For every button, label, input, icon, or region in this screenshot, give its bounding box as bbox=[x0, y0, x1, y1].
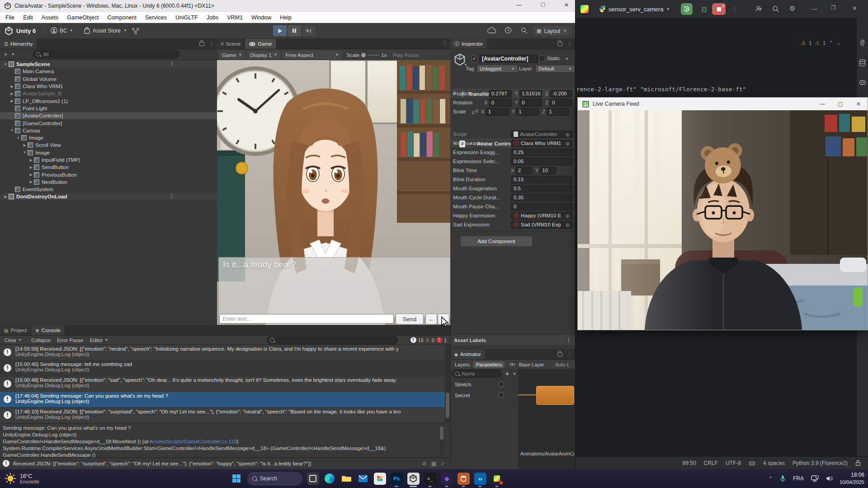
scale-slider-handle[interactable] bbox=[361, 53, 366, 57]
rotation-x-field[interactable]: 0 bbox=[489, 99, 512, 107]
unity-statusbar[interactable]: Received JSON: [{"emotion": "surprised",… bbox=[0, 457, 450, 469]
script-object-field[interactable]: AvatarController◎ bbox=[511, 131, 572, 138]
maximize-button[interactable]: ▢ bbox=[831, 98, 849, 110]
value-field[interactable]: 0.05 bbox=[511, 158, 572, 165]
encoding[interactable]: UTF-8 bbox=[726, 460, 741, 466]
expand-arrow-icon[interactable] bbox=[28, 158, 34, 162]
scale-z-field[interactable]: 1 bbox=[547, 108, 569, 116]
value-field[interactable]: 0.5 bbox=[511, 185, 572, 192]
stop-button[interactable]: 2 bbox=[712, 3, 726, 15]
editor-dropdown[interactable]: Editor▼ bbox=[87, 336, 111, 344]
asset-labels-menu-icon[interactable]: ⋮ bbox=[566, 338, 571, 343]
chat-text-input[interactable] bbox=[219, 314, 394, 324]
game-viewport[interactable]: Is it...a teddy bear? Send ← → bbox=[217, 60, 450, 325]
blink-x-field[interactable]: 2 bbox=[516, 167, 532, 174]
scale-slider-track[interactable] bbox=[368, 55, 379, 56]
panel-menu-icon[interactable]: ⋮ bbox=[567, 41, 572, 46]
hierarchy-row[interactable]: SampleScene ⋮ bbox=[0, 61, 217, 68]
minimize-icon[interactable]: — bbox=[811, 5, 817, 12]
close-icon[interactable]: ✕ bbox=[852, 5, 857, 12]
indent-setting[interactable]: 4 spaces bbox=[763, 460, 785, 466]
value-field[interactable]: 0.35 bbox=[511, 194, 572, 202]
send-button[interactable]: Send bbox=[396, 314, 424, 324]
console-search-field[interactable] bbox=[267, 336, 398, 344]
sad-object-field[interactable]: VSad (VRM10 Exp◎ bbox=[511, 221, 572, 229]
add-gameobject-button[interactable]: ＋ bbox=[3, 50, 9, 58]
taskbar-icon-vscode[interactable]: ‹› bbox=[474, 473, 486, 485]
chevron-down-icon[interactable]: ▼ bbox=[11, 52, 15, 56]
parameter-row[interactable]: Secret bbox=[450, 390, 518, 401]
ai-assistant-icon[interactable]: @ bbox=[860, 38, 864, 47]
tab-hierarchy[interactable]: ☰ Hierarchy bbox=[0, 39, 37, 49]
static-dropdown-icon[interactable]: ▼ bbox=[565, 57, 569, 61]
microphone-icon[interactable] bbox=[780, 475, 786, 483]
menu-item[interactable]: UniGLTF bbox=[175, 14, 198, 21]
clear-button[interactable]: Clear▼ bbox=[2, 336, 24, 344]
tray-expand-icon[interactable]: ⌃ bbox=[769, 476, 773, 482]
console-search-input[interactable] bbox=[276, 337, 395, 343]
happy-object-field[interactable]: VHappy (VRM10 E◎ bbox=[511, 212, 572, 220]
add-component-button[interactable]: Add Component bbox=[460, 236, 533, 247]
database-icon[interactable] bbox=[859, 59, 866, 66]
gameobject-name-field[interactable]: [AvatarController] bbox=[479, 55, 538, 63]
hierarchy-row[interactable]: Point Light ⋮ bbox=[0, 105, 217, 112]
expand-arrow-icon[interactable] bbox=[9, 84, 15, 89]
step-button[interactable] bbox=[302, 25, 316, 36]
hierarchy-row[interactable]: Clara Who VRM1 ⋮ bbox=[0, 83, 217, 90]
taskbar-icon-obsidian[interactable]: ◆ bbox=[441, 473, 453, 485]
expand-arrow-icon[interactable] bbox=[9, 128, 15, 132]
bot-status-icon[interactable] bbox=[749, 460, 755, 466]
account-dropdown[interactable]: BC▼ bbox=[51, 27, 73, 34]
hierarchy-row[interactable]: AvatarSample_B ⋮ bbox=[0, 90, 217, 97]
play-focused-dropdown[interactable]: Play Focused bbox=[393, 52, 419, 58]
animator-state-node[interactable] bbox=[536, 386, 574, 405]
scrollbar-thumb[interactable] bbox=[440, 426, 443, 440]
breadcrumb-base-layer[interactable]: Base Layer bbox=[519, 362, 544, 367]
expand-arrow-icon[interactable] bbox=[15, 136, 21, 140]
version-control-icon[interactable] bbox=[132, 28, 139, 34]
log-counters[interactable]: 15 ⚠ 0 ! 1 bbox=[410, 337, 447, 343]
collapse-button[interactable]: Collapse bbox=[28, 336, 53, 344]
hierarchy-row[interactable]: Image ⋮ bbox=[0, 134, 217, 141]
console-scrollbar[interactable] bbox=[445, 344, 450, 423]
hierarchy-row[interactable]: Scroll View ⋮ bbox=[0, 141, 217, 149]
panel-menu-icon[interactable]: ⋮ bbox=[442, 40, 448, 46]
console-log-row[interactable]: [17:46:10] Received JSON: [{"emotion": "… bbox=[0, 408, 450, 423]
hierarchy-row[interactable]: PreviousButton ⋮ bbox=[0, 171, 217, 178]
console-log-row[interactable]: [15:00:45] Sending message: tell me somt… bbox=[0, 361, 450, 376]
parameter-search-input[interactable] bbox=[461, 371, 499, 377]
value-field[interactable]: 0.15 bbox=[511, 176, 572, 183]
bot-icon[interactable] bbox=[859, 79, 866, 86]
parameter-toggle[interactable] bbox=[498, 381, 504, 387]
restore-icon[interactable]: ❐ bbox=[831, 5, 836, 11]
taskbar-icon-photos[interactable] bbox=[374, 473, 386, 485]
position-x-field[interactable]: 0.2797 bbox=[489, 90, 512, 98]
add-parameter-button[interactable]: ＋ bbox=[504, 369, 511, 379]
scale-y-field[interactable]: 1 bbox=[516, 108, 539, 116]
value-field[interactable]: 0 bbox=[511, 203, 572, 211]
taskbar-icon-explorer[interactable] bbox=[340, 473, 353, 485]
layout-dropdown[interactable]: ▦ Layout▼ bbox=[533, 26, 570, 36]
expand-arrow-icon[interactable] bbox=[28, 180, 34, 184]
hierarchy-row[interactable]: [AvatarController] ⋮ bbox=[0, 112, 217, 119]
language-indicator[interactable]: FRA bbox=[793, 475, 804, 482]
maximize-button[interactable]: ▢ bbox=[541, 1, 545, 7]
menu-item[interactable]: Services bbox=[145, 14, 167, 21]
tag-dropdown[interactable]: Untagged▼ bbox=[476, 65, 518, 73]
lock-icon[interactable] bbox=[557, 352, 562, 357]
cloud-icon[interactable] bbox=[487, 27, 496, 34]
display-dropdown[interactable]: Display 1▼ bbox=[247, 51, 280, 59]
parameters-tab[interactable]: Parameters bbox=[473, 361, 505, 368]
hierarchy-row[interactable]: Main Camera ⋮ bbox=[0, 68, 217, 75]
vrm-object-field[interactable]: VClara Who VRM1◎ bbox=[511, 140, 572, 147]
display-target-dropdown[interactable]: Game▼ bbox=[219, 51, 245, 59]
expand-arrow-icon[interactable] bbox=[3, 62, 9, 66]
asset-store-dropdown[interactable]: Asset Store▼ bbox=[84, 27, 127, 34]
rotation-z-field[interactable]: 0 bbox=[550, 99, 572, 107]
hierarchy-row[interactable]: Canvas ⋮ bbox=[0, 127, 217, 134]
row-menu-icon[interactable]: ⋮ bbox=[169, 61, 175, 66]
hierarchy-row[interactable]: DontDestroyOnLoad ⋮ bbox=[0, 193, 217, 200]
static-checkbox[interactable] bbox=[539, 56, 545, 62]
tab-inspector[interactable]: ⓘ Inspector bbox=[450, 39, 487, 49]
taskbar-icon-terminal[interactable]: >_ bbox=[424, 473, 436, 485]
